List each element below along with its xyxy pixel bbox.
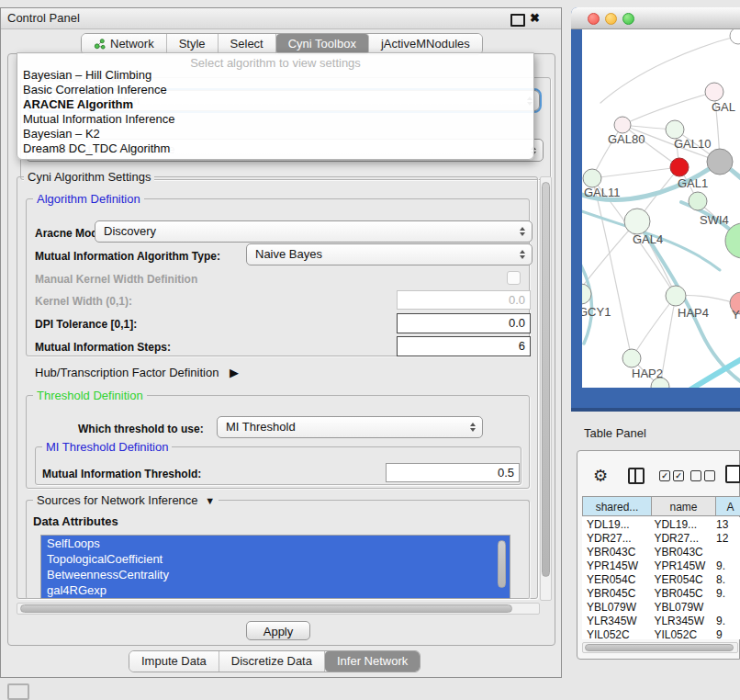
network-node-gal4[interactable] (624, 209, 650, 234)
float-window-icon[interactable] (510, 14, 525, 27)
attribute-list-item[interactable]: BetweennessCentrality (41, 567, 510, 582)
table-row[interactable]: YPR145WYPR145W9. (582, 559, 740, 572)
manual-kernel-checkbox[interactable] (507, 271, 521, 285)
mi-type-value: Naive Bayes (255, 247, 322, 261)
network-canvas[interactable]: GALGAL80GAL10GAL1GAL11SWI4GAL4HAP4YGCY1H… (582, 29, 740, 388)
network-edge[interactable] (622, 92, 714, 125)
table-row[interactable]: YLR345WYLR345W9. (582, 614, 740, 627)
minimize-traffic-light-icon[interactable] (605, 13, 617, 25)
mi-threshold-field[interactable]: 0.5 (386, 463, 520, 482)
tab-discretize-data[interactable]: Discretize Data (219, 651, 325, 672)
table-column-header[interactable]: A (716, 496, 740, 516)
attribute-list-item[interactable]: SelfLoops (41, 536, 510, 551)
tab-style[interactable]: Style (167, 34, 219, 54)
network-edge[interactable] (637, 221, 740, 388)
network-node-gal11[interactable] (583, 169, 601, 187)
unchecked-pair-icon[interactable] (690, 470, 715, 481)
table-column-header[interactable]: shared... (582, 496, 652, 516)
tab-select[interactable]: Select (219, 34, 276, 54)
which-threshold-combo[interactable]: MI Threshold (217, 416, 483, 438)
tab-label: Select (230, 37, 263, 51)
network-node-gal1[interactable] (670, 158, 689, 176)
list-scrollbar-thumb[interactable] (498, 540, 506, 588)
popup-item[interactable]: Bayesian – Hill Climbing (23, 68, 151, 82)
table-row[interactable]: YBR043CYBR043C (582, 545, 740, 559)
network-node-hap4[interactable] (666, 286, 686, 306)
table-cell: 9. (712, 586, 740, 600)
check-icon: ✓ (673, 470, 684, 481)
table-cell: YBR043C (649, 545, 712, 559)
settings-hscrollbar-thumb[interactable] (20, 604, 512, 613)
table-row[interactable]: YDR27...YDR27...12 (582, 531, 740, 545)
table-cell: 12 (712, 531, 740, 545)
network-node[interactable] (707, 149, 733, 175)
table-row[interactable]: YBL079WYBL079W (582, 600, 740, 614)
aracne-mode-combo[interactable]: Discovery (95, 220, 533, 243)
popup-item[interactable]: Mutual Information Inference (23, 112, 174, 126)
table-column-header[interactable]: name (652, 496, 716, 516)
mi-threshold-group-title: MI Threshold Definition (42, 440, 172, 454)
file-icon[interactable] (725, 465, 740, 483)
tab-network[interactable]: Network (82, 34, 167, 54)
table-cell: YBR045C (582, 586, 649, 600)
kernel-width-field[interactable]: 0.0 (397, 290, 531, 310)
apply-button[interactable]: Apply (246, 621, 310, 640)
popup-item[interactable]: ARACNE Algorithm (23, 97, 133, 111)
table-row[interactable]: YIL052CYIL052C9 (582, 627, 740, 639)
table-row[interactable]: YBR045CYBR045C9. (582, 586, 740, 600)
table-cell (712, 600, 740, 614)
hub-definition-label: Hub/Transcription Factor Definition (35, 366, 219, 379)
tab-impute-data[interactable]: Impute Data (129, 651, 219, 672)
popup-item[interactable]: Bayesian – K2 (23, 127, 100, 141)
network-node[interactable] (730, 29, 740, 44)
dock-handle-icon[interactable] (7, 683, 29, 700)
network-node-label: GAL80 (608, 132, 645, 146)
network-node-label: GAL (712, 100, 735, 114)
tab-label: Style (179, 37, 206, 51)
table-row[interactable]: YDL19...YDL19...13 (582, 517, 740, 531)
zoom-traffic-light-icon[interactable] (622, 13, 634, 25)
application-root: Control Panel ✖ Inference Algorithm ARAC… (0, 0, 740, 700)
network-node-label: HAP2 (632, 367, 663, 380)
network-edge[interactable] (632, 296, 676, 358)
hub-definition-toggle[interactable]: Hub/Transcription Factor Definition ▶ (35, 366, 239, 379)
attribute-list-item[interactable]: TopologicalCoefficient (41, 551, 510, 567)
control-panel-title: Control Panel (7, 11, 80, 25)
dpi-tolerance-field[interactable]: 0.0 (397, 313, 531, 333)
network-node-gal80[interactable] (614, 117, 631, 133)
control-panel-titlebar[interactable] (1, 8, 561, 29)
tab-cyni-toolbox[interactable]: Cyni Toolbox (276, 34, 369, 54)
popup-item[interactable]: Basic Correlation Inference (23, 83, 167, 96)
check-icon: ✓ (659, 470, 670, 481)
network-edge[interactable] (592, 167, 679, 178)
table-row[interactable]: YER054CYER054C8. (582, 572, 740, 586)
close-icon[interactable]: ✖ (530, 11, 540, 25)
popup-item[interactable]: Dream8 DC_TDC Algorithm (23, 141, 170, 155)
data-attributes-list[interactable]: SelfLoopsTopologicalCoefficientBetweenne… (40, 535, 510, 599)
split-columns-icon[interactable] (628, 468, 645, 484)
settings-vscrollbar-thumb[interactable] (542, 182, 550, 577)
checked-pair-icon[interactable]: ✓✓ (659, 470, 684, 481)
tab-label: Infer Network (337, 654, 408, 668)
table-hscrollbar-thumb[interactable] (585, 644, 734, 651)
table-cell: 13 (712, 517, 740, 531)
tab-label: jActiveMNodules (381, 37, 470, 51)
close-traffic-light-icon[interactable] (588, 13, 600, 25)
attribute-list-item[interactable]: gal4RGexp (41, 582, 510, 598)
network-edge[interactable] (592, 178, 632, 358)
mi-type-combo[interactable]: Naive Bayes (246, 243, 533, 265)
dpi-tolerance-label: DPI Tolerance [0,1]: (35, 318, 137, 331)
network-node-hap2[interactable] (622, 349, 641, 367)
network-node-gal10[interactable] (666, 120, 684, 139)
network-edge[interactable] (685, 353, 740, 388)
gear-icon[interactable]: ⚙ (593, 466, 608, 486)
tab-jactivemnodules[interactable]: jActiveMNodules (369, 34, 482, 54)
tab-infer-network[interactable]: Infer Network (325, 651, 420, 672)
network-node-swi4[interactable] (689, 192, 707, 210)
which-threshold-value: MI Threshold (226, 420, 296, 434)
network-node-gal[interactable] (705, 83, 723, 101)
sources-group-title[interactable]: Sources for Network Inference ▼ (33, 493, 219, 507)
table-cell: YIL052C (649, 627, 712, 639)
mi-steps-field[interactable]: 6 (397, 336, 531, 356)
tab-label: Impute Data (141, 654, 207, 668)
